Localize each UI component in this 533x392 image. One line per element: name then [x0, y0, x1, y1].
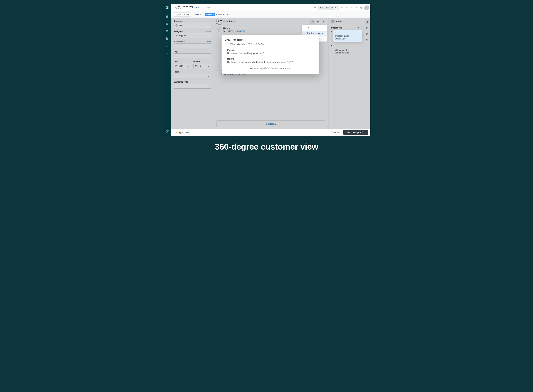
svg-rect-13 [341, 7, 343, 8]
interaction-time: Dec 26 16:52 [335, 49, 360, 51]
apps-icon[interactable] [365, 38, 369, 42]
take-it-link[interactable]: take it [206, 30, 211, 33]
svg-rect-18 [356, 8, 357, 8]
reports-icon[interactable] [165, 44, 169, 48]
user-circle-icon [175, 24, 178, 27]
filter-button[interactable] [310, 20, 315, 24]
topic-label: Topic [174, 71, 211, 73]
tab-close-icon[interactable]: × [198, 6, 200, 9]
priority-value: Urgent [195, 65, 201, 67]
svg-text:?: ? [361, 7, 362, 8]
apps-grid-icon[interactable] [355, 5, 358, 10]
filter-all[interactable]: All [302, 26, 327, 31]
filter-public-label: Public messages [307, 32, 323, 34]
tags-input[interactable] [174, 53, 211, 58]
message-avatar [216, 27, 221, 32]
help-icon[interactable]: ? [360, 5, 363, 10]
ticket-tab[interactable]: Hi, The delivery.. #15 × [173, 5, 201, 10]
breadcrumb-bar: Zylker (create) Helena Pending Problem #… [171, 11, 370, 18]
conversations-button[interactable]: Conversations 0 [318, 5, 339, 10]
type-select[interactable]: Problem ⌄ [174, 64, 192, 68]
phone-icon[interactable] [345, 5, 349, 10]
follow-link[interactable]: follow [206, 40, 211, 43]
conversations-icon[interactable] [365, 32, 369, 36]
breadcrumb-user[interactable]: Helena [193, 13, 203, 16]
interaction-card[interactable]: H Dec 26 16:52 Status Pending [333, 44, 362, 56]
close-tab-button[interactable]: Close tab ⌄ [329, 130, 343, 135]
type-value: Problem [175, 65, 183, 67]
interaction-status-label: Status [335, 52, 341, 54]
tab-title: Hi, The delivery.. [178, 5, 194, 8]
breadcrumb-org[interactable]: Zylker (create) [174, 13, 191, 17]
followers-label: Followers [174, 40, 183, 43]
more-button[interactable] [321, 20, 326, 24]
customer-type-select[interactable]: - ⌄ [174, 84, 211, 89]
user-avatar[interactable] [364, 5, 369, 10]
svg-rect-33 [366, 41, 367, 41]
topic-select[interactable]: - ⌄ [174, 74, 211, 79]
submit-status: Open [355, 131, 361, 134]
svg-point-27 [323, 22, 324, 22]
conversations-count: 0 [334, 7, 337, 9]
start-reply-button[interactable]: Start reply [216, 121, 326, 127]
apply-macro-select[interactable]: ⚡ Apply macro ⌄ [174, 130, 239, 135]
svg-rect-16 [357, 7, 357, 7]
collapse-icon[interactable]: ⌃ [360, 27, 362, 29]
priority-label: Priority [193, 61, 211, 63]
customers-icon[interactable] [165, 29, 169, 33]
submit-button[interactable]: Submit as Open ⌄ [343, 130, 368, 135]
svg-point-24 [176, 35, 177, 36]
views-icon[interactable] [165, 22, 169, 25]
knowledge-icon[interactable] [365, 26, 369, 30]
chevron-down-icon: ⌄ [208, 75, 209, 77]
home-icon[interactable] [165, 15, 169, 18]
svg-point-10 [167, 53, 167, 54]
customer-avatar-text: 2 [332, 20, 333, 23]
priority-select[interactable]: Urgent ⌄ [193, 64, 211, 68]
transcript-line-2: Hi, the delivery is completely damaged. … [227, 61, 316, 63]
customer-panel: 2 Helena ⌄ Interactions ⟳ [328, 18, 364, 129]
requester-select[interactable]: HN ⌄ [174, 23, 211, 28]
svg-rect-34 [368, 41, 368, 41]
marketing-caption: 360-degree customer view [215, 142, 318, 152]
topbar: Hi, The delivery.. #15 × Add Conversatio… [171, 4, 370, 11]
svg-rect-1 [166, 23, 168, 24]
bell-icon[interactable] [350, 5, 354, 10]
chevron-down-icon[interactable]: ⌄ [362, 131, 366, 134]
chat-icon[interactable] [341, 5, 344, 10]
assignee-select[interactable]: Support/ ⌄ [174, 33, 211, 38]
org-icon[interactable] [165, 37, 169, 40]
interaction-card[interactable]: hi Thursday 18:24 Status Open [333, 30, 362, 42]
svg-point-4 [167, 30, 168, 31]
close-tab-label: Close tab [331, 131, 340, 134]
info-icon: i [184, 41, 186, 42]
user-context-icon[interactable] [365, 20, 369, 24]
chevron-down-icon: ⌄ [188, 65, 189, 67]
interaction-title: H [335, 46, 360, 48]
settings-icon[interactable] [165, 52, 169, 55]
chevron-down-icon: ⌄ [340, 131, 342, 134]
interactions-title: Interactions [331, 27, 342, 29]
app-logo [165, 5, 169, 9]
search-icon[interactable] [313, 5, 317, 10]
filter-all-label: All [308, 27, 310, 29]
transcript-title: Chat Transcript [225, 38, 316, 41]
properties-panel: Requester HN ⌄ Assignee* take it [171, 18, 214, 129]
topic-value: - [175, 75, 176, 77]
external-link-icon[interactable] [351, 20, 353, 23]
history-button[interactable] [316, 20, 320, 24]
refresh-icon[interactable]: ⟳ [358, 27, 359, 29]
transcript-init-time: (Chat initiated at : 28 Dec, 6:24 PM ) [230, 43, 266, 45]
svg-point-3 [166, 30, 167, 31]
chevron-down-icon: ⌄ [208, 85, 209, 87]
interaction-status-label: Status [335, 38, 341, 40]
customer-name: Helena [336, 20, 343, 23]
interaction-status-value: Pending [341, 52, 349, 54]
message-to-label: To: [223, 30, 226, 32]
chevron-down-icon[interactable]: ⌄ [360, 20, 362, 23]
followers-select[interactable]: ⌄ [174, 43, 211, 48]
show-more-link[interactable]: Show more [235, 30, 245, 32]
svg-rect-9 [168, 45, 168, 47]
svg-rect-0 [166, 23, 168, 23]
add-tab-button[interactable]: Add [203, 6, 212, 10]
